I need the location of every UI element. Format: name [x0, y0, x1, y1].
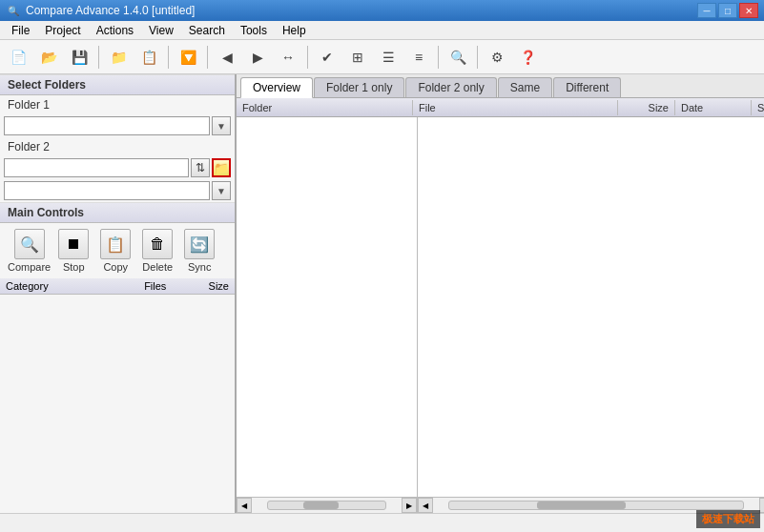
help-btn[interactable]: ❓ — [513, 43, 542, 72]
main-layout: Select Folders Folder 1 ▼ Folder 2 ⇅ 📁 ▼… — [0, 74, 764, 513]
delete-btn-label: Delete — [142, 261, 173, 273]
delete-btn-icon: 🗑 — [142, 229, 173, 259]
sync-btn-icon: 🔄 — [184, 229, 215, 259]
col-folder-header: Folder — [237, 100, 413, 115]
folder1-label: Folder 1 — [0, 95, 235, 114]
window-controls: ─ □ ✕ — [697, 3, 758, 18]
right-btn[interactable]: ▶ — [243, 43, 272, 72]
different-tab[interactable]: Different — [553, 77, 621, 97]
compare-btn-label: Compare — [8, 261, 51, 273]
paste-folder-btn[interactable]: 📋 — [134, 43, 163, 72]
options-btn[interactable]: ⚙ — [483, 43, 511, 72]
left-btn[interactable]: ◀ — [213, 43, 241, 72]
folder2-browse-btn[interactable]: 📁 — [212, 158, 231, 177]
sep6 — [477, 46, 478, 69]
save-btn[interactable]: 💾 — [65, 43, 93, 72]
watermark-prefix: 极速 — [702, 513, 723, 524]
folder2-dropdown-row: ▼ — [0, 179, 235, 202]
left-scroll-right[interactable]: ▶ — [402, 498, 417, 513]
menu-item-tools[interactable]: Tools — [233, 22, 275, 39]
folder2-input-row: ⇅ 📁 — [0, 156, 235, 179]
app-icon: 🔍 — [6, 3, 21, 18]
controls-row: 🔍Compare⏹Stop📋Copy🗑Delete🔄Sync — [4, 227, 231, 275]
folder2-label: Folder 2 — [0, 137, 235, 156]
sep2 — [168, 46, 169, 69]
panes-container — [237, 117, 764, 497]
list-btn[interactable]: ☰ — [374, 43, 403, 72]
menu-item-file[interactable]: File — [4, 22, 37, 39]
check-btn[interactable]: ✔ — [313, 43, 341, 72]
overview-tab[interactable]: Overview — [240, 77, 313, 98]
bottom-left-scrollbar[interactable]: ◀ ▶ — [237, 498, 418, 513]
window-title: Compare Advance 1.4.0 [untitled] — [26, 4, 697, 17]
left-scroll-track[interactable] — [267, 501, 386, 510]
folder2-dropdown-btn[interactable]: ▼ — [212, 181, 231, 200]
stats-col-category: Category — [0, 278, 106, 295]
right-panel: OverviewFolder 1 onlyFolder 2 onlySameDi… — [237, 74, 764, 513]
menu-item-help[interactable]: Help — [275, 22, 314, 39]
stop-btn-icon: ⏹ — [58, 229, 89, 259]
menu-item-view[interactable]: View — [141, 22, 181, 39]
stats-section: Category Files Size — [0, 278, 235, 513]
watermark: 极速下载站 — [696, 510, 760, 528]
status-bar — [0, 513, 764, 532]
copy-btn-icon: 📋 — [100, 229, 131, 259]
sep1 — [98, 46, 99, 69]
new-btn[interactable]: 📄 — [4, 43, 32, 72]
title-bar: 🔍 Compare Advance 1.4.0 [untitled] ─ □ ✕ — [0, 0, 764, 21]
toolbar: 📄📂💾📁📋🔽◀▶↔✔⊞☰≡🔍⚙❓ — [0, 40, 764, 74]
main-controls-title: Main Controls — [0, 202, 235, 223]
detail-btn[interactable]: ≡ — [404, 43, 433, 72]
folder-pane[interactable] — [237, 117, 418, 497]
folder1-dropdown-btn[interactable]: ▼ — [212, 116, 231, 135]
sync-btn[interactable]: 🔄Sync — [180, 229, 218, 273]
col-size-header: Size — [618, 100, 675, 115]
folder2-input2[interactable] — [4, 181, 210, 200]
folder2only-tab[interactable]: Folder 2 only — [405, 77, 496, 97]
compare-btn-icon: 🔍 — [14, 229, 45, 259]
copy-folder-btn[interactable]: 📁 — [104, 43, 133, 72]
controls-section: 🔍Compare⏹Stop📋Copy🗑Delete🔄Sync — [0, 223, 235, 278]
watermark-suffix: 下载站 — [723, 513, 754, 524]
grid-btn[interactable]: ⊞ — [343, 43, 372, 72]
delete-btn[interactable]: 🗑Delete — [138, 229, 176, 273]
files-pane[interactable] — [418, 117, 764, 497]
menu-item-project[interactable]: Project — [37, 22, 88, 39]
right-scroll-track[interactable] — [448, 501, 744, 510]
copy-btn[interactable]: 📋Copy — [96, 229, 134, 273]
bottom-scrollbars: ◀ ▶ ◀ ▶ — [237, 497, 764, 513]
col-date-header: Date — [675, 100, 752, 115]
col-src-header: Sr — [752, 100, 764, 115]
close-button[interactable]: ✕ — [739, 3, 758, 18]
column-header: Folder File Size Date Sr — [237, 98, 764, 117]
menu-item-search[interactable]: Search — [181, 22, 233, 39]
folder2-input[interactable] — [4, 158, 189, 177]
sep5 — [438, 46, 439, 69]
stop-btn[interactable]: ⏹Stop — [54, 229, 93, 273]
copy-btn-label: Copy — [103, 261, 128, 273]
folder1-input-row: ▼ — [0, 114, 235, 137]
stats-col-size: Size — [172, 278, 235, 295]
col-file-header: File — [413, 100, 618, 115]
stop-btn-label: Stop — [63, 261, 85, 273]
left-scroll-left[interactable]: ◀ — [237, 498, 252, 513]
filter-btn[interactable]: 🔽 — [174, 43, 202, 72]
right-scroll-left[interactable]: ◀ — [418, 498, 433, 513]
compare-btn[interactable]: 🔍Compare — [8, 229, 51, 273]
maximize-button[interactable]: □ — [718, 3, 737, 18]
folder2-swap-btn[interactable]: ⇅ — [191, 158, 210, 177]
folder1only-tab[interactable]: Folder 1 only — [314, 77, 404, 97]
stats-table: Category Files Size — [0, 278, 235, 295]
menu-bar: FileProjectActionsViewSearchToolsHelp — [0, 21, 764, 40]
sep4 — [307, 46, 308, 69]
select-folders-title: Select Folders — [0, 74, 235, 95]
open-btn[interactable]: 📂 — [34, 43, 63, 72]
stats-header-row: Category Files Size — [0, 278, 235, 295]
menu-item-actions[interactable]: Actions — [89, 22, 141, 39]
folder1-input[interactable] — [4, 116, 210, 135]
same-tab[interactable]: Same — [498, 77, 552, 97]
minimize-button[interactable]: ─ — [697, 3, 716, 18]
both-btn[interactable]: ↔ — [274, 43, 302, 72]
search-btn[interactable]: 🔍 — [444, 43, 472, 72]
stats-col-files: Files — [106, 278, 172, 295]
